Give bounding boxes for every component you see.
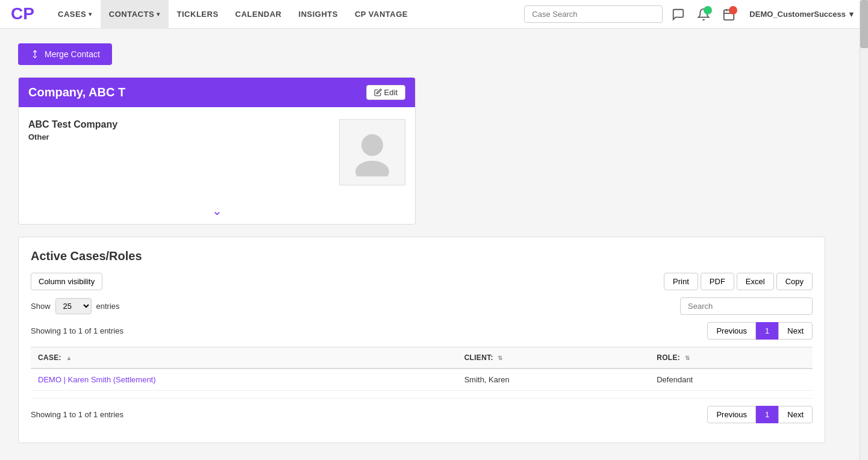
table-search-input[interactable]: [680, 297, 813, 315]
nav-item-cases[interactable]: CASES ▾: [49, 0, 101, 29]
nav-item-cp-vantage[interactable]: CP VANTAGE: [346, 0, 416, 29]
contact-card-title: Company, ABC T: [28, 85, 125, 99]
contact-card-body: ABC Test Company Other: [19, 107, 415, 197]
show-entries-row: Show 10 25 50 100 entries: [31, 297, 813, 315]
role-sort-icon: ⇅: [685, 355, 690, 361]
nav-items: CASES ▾ CONTACTS ▾ TICKLERS CALENDAR INS…: [49, 0, 524, 29]
top-pagination-row: Showing 1 to 1 of 1 entries Previous 1 N…: [31, 322, 813, 340]
edit-button[interactable]: Edit: [366, 85, 405, 100]
excel-button[interactable]: Excel: [737, 273, 774, 290]
client-sort-icon: ⇅: [498, 355, 502, 361]
show-entries-left: Show 10 25 50 100 entries: [31, 298, 120, 314]
svg-text:CP: CP: [11, 4, 34, 23]
company-type: Other: [28, 132, 117, 141]
contact-card-header: Company, ABC T Edit: [19, 78, 415, 107]
case-search-input[interactable]: [524, 5, 663, 23]
user-name: DEMO_CustomerSuccess: [749, 10, 846, 19]
bottom-next-button[interactable]: Next: [778, 406, 813, 423]
avatar: [339, 119, 405, 185]
contact-info: ABC Test Company Other: [28, 119, 117, 141]
top-previous-button[interactable]: Previous: [707, 322, 756, 340]
bottom-showing-text: Showing 1 to 1 of 1 entries: [31, 410, 123, 419]
entries-label: entries: [96, 302, 120, 311]
nav-item-calendar[interactable]: CALENDAR: [227, 0, 290, 29]
merge-contact-button[interactable]: Merge Contact: [18, 43, 112, 65]
case-sort-icon: ▲: [66, 355, 72, 361]
cases-table: CASE: ▲ CLIENT: ⇅ ROLE: ⇅ DEMO | Karen S…: [31, 347, 813, 391]
client-cell: Smith, Karen: [457, 368, 650, 391]
cases-dropdown-icon: ▾: [89, 11, 92, 17]
scrollbar-track[interactable]: [860, 0, 868, 458]
merge-icon: [30, 49, 40, 59]
case-link[interactable]: DEMO | Karen Smith (Settlement): [38, 375, 156, 384]
cases-section: Active Cases/Roles Column visibility Pri…: [18, 237, 825, 443]
top-next-button[interactable]: Next: [778, 322, 813, 340]
bottom-previous-button[interactable]: Previous: [707, 406, 756, 423]
bottom-pagination-buttons: Previous 1 Next: [707, 406, 813, 423]
main-content: Merge Contact Company, ABC T Edit ABC Te…: [0, 29, 843, 458]
table-separator: [31, 398, 813, 399]
bottom-pagination-row: Showing 1 to 1 of 1 entries Previous 1 N…: [31, 406, 813, 423]
column-visibility-button[interactable]: Column visibility: [31, 273, 102, 290]
bell-badge: [704, 6, 712, 14]
show-label: Show: [31, 302, 51, 311]
nav-item-contacts[interactable]: CONTACTS ▾: [101, 0, 169, 29]
print-button[interactable]: Print: [664, 273, 698, 290]
table-header-row: CASE: ▲ CLIENT: ⇅ ROLE: ⇅: [31, 347, 813, 369]
pdf-button[interactable]: PDF: [701, 273, 734, 290]
contact-card-footer: ⌄: [19, 197, 415, 224]
copy-button[interactable]: Copy: [776, 273, 813, 290]
case-cell: DEMO | Karen Smith (Settlement): [31, 368, 457, 391]
chat-icon-btn[interactable]: [669, 5, 688, 24]
client-column-header[interactable]: CLIENT: ⇅: [457, 347, 650, 369]
contacts-dropdown-icon: ▾: [157, 11, 160, 17]
table-action-buttons: Print PDF Excel Copy: [664, 273, 813, 290]
nav-right: DEMO_CustomerSuccess ▾: [524, 5, 858, 24]
table-controls-top: Column visibility Print PDF Excel Copy: [31, 273, 813, 290]
scrollbar-thumb[interactable]: [860, 0, 868, 48]
role-cell: Defendant: [649, 368, 813, 391]
user-menu[interactable]: DEMO_CustomerSuccess ▾: [745, 10, 858, 19]
top-page-1-button[interactable]: 1: [756, 322, 778, 340]
edit-icon: [374, 89, 382, 96]
contact-card: Company, ABC T Edit ABC Test Company Oth…: [18, 77, 416, 225]
table-row: DEMO | Karen Smith (Settlement)Smith, Ka…: [31, 368, 813, 391]
cases-section-title: Active Cases/Roles: [31, 249, 813, 263]
svg-point-7: [355, 161, 389, 176]
logo[interactable]: CP: [10, 2, 37, 26]
user-menu-caret: ▾: [849, 10, 854, 19]
svg-point-6: [361, 134, 383, 156]
nav-item-ticklers[interactable]: TICKLERS: [169, 0, 227, 29]
calendar-badge: [729, 6, 737, 14]
role-column-header[interactable]: ROLE: ⇅: [649, 347, 813, 369]
case-column-header[interactable]: CASE: ▲: [31, 347, 457, 369]
bottom-page-1-button[interactable]: 1: [756, 406, 778, 423]
company-name: ABC Test Company: [28, 119, 117, 130]
expand-icon[interactable]: ⌄: [212, 204, 222, 218]
entries-select[interactable]: 10 25 50 100: [55, 298, 92, 314]
calendar-icon-btn[interactable]: [719, 5, 738, 24]
top-showing-text: Showing 1 to 1 of 1 entries: [31, 326, 123, 335]
nav-item-insights[interactable]: INSIGHTS: [290, 0, 346, 29]
bell-icon-btn[interactable]: [694, 5, 713, 24]
navbar: CP CASES ▾ CONTACTS ▾ TICKLERS CALENDAR …: [0, 0, 868, 29]
top-pagination-buttons: Previous 1 Next: [707, 322, 813, 340]
